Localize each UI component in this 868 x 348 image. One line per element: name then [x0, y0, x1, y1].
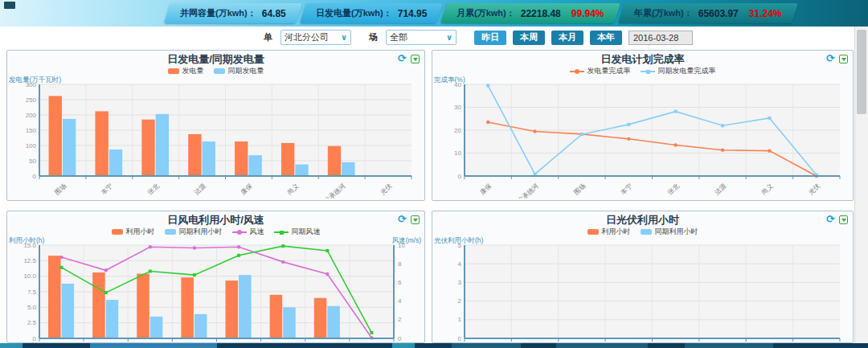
station-select[interactable]: 全部 ∨ [386, 30, 457, 45]
legend-marker [280, 231, 284, 235]
legend-label: 风速 [250, 227, 264, 237]
range-button-this-week[interactable]: 本周 [513, 31, 545, 45]
svg-text:0: 0 [458, 335, 462, 342]
svg-text:3: 3 [458, 279, 462, 286]
chart-legend: 发电量完成率同期发电量完成率 [432, 66, 853, 76]
svg-text:12.5: 12.5 [23, 257, 36, 264]
chart-canvas-plan-completion: 010203040康保建投承德河围场丰宁张北沽源尚义光伏完成率(%) [432, 76, 851, 199]
svg-text:150: 150 [26, 127, 37, 134]
svg-text:尚义: 尚义 [760, 182, 775, 196]
stat-value: 714.95 [398, 8, 428, 19]
cutoff-footer-row [0, 343, 868, 348]
svg-text:利用小时(h): 利用小时(h) [9, 237, 45, 244]
legend-label: 发电量完成率 [588, 66, 631, 76]
panel-plan-completion: 日发电计划完成率 ⟳ 发电量完成率同期发电量完成率 010203040康保建投承… [432, 50, 854, 201]
chart-canvas-pv-hours: 012345光伏利用小时(h) [432, 237, 851, 343]
export-icon[interactable] [411, 215, 420, 224]
chart-title: 日发电计划完成率 [432, 53, 853, 66]
svg-text:20: 20 [454, 127, 461, 134]
legend-marker [575, 69, 579, 74]
svg-text:8: 8 [398, 260, 402, 268]
refresh-icon[interactable]: ⟳ [398, 54, 407, 63]
refresh-icon[interactable]: ⟳ [826, 215, 835, 224]
legend-label: 同期利用小时 [655, 227, 698, 237]
chart-canvas-wind-hours-speed: 02.55.07.510.012.515.00246810围场丰宁张北沽源康保尚… [7, 237, 423, 343]
svg-text:2.5: 2.5 [27, 319, 37, 326]
svg-text:围场: 围场 [53, 182, 68, 196]
range-button-this-month[interactable]: 本月 [551, 31, 583, 45]
unit-label: 单 [264, 31, 272, 43]
date-input[interactable]: 2016-03-28 [628, 31, 693, 45]
svg-text:丰宁: 丰宁 [620, 182, 634, 196]
window-corner-mark [4, 2, 15, 9]
svg-text:张北: 张北 [146, 182, 161, 196]
legend-label: 利用小时 [126, 227, 155, 237]
svg-text:50: 50 [29, 158, 36, 165]
svg-text:发电量(万千瓦时): 发电量(万千瓦时) [9, 76, 61, 84]
range-button-yesterday[interactable]: 昨日 [474, 31, 506, 45]
panel-pv-hours: 日光伏利用小时 ⟳ 利用小时同期利用小时 012345光伏利用小时(h) [432, 211, 854, 343]
svg-text:丰宁: 丰宁 [100, 182, 114, 196]
legend-label: 同期利用小时 [179, 227, 223, 237]
station-label: 场 [369, 31, 378, 43]
legend-item[interactable]: 利用小时 [588, 227, 631, 237]
legend-item[interactable]: 风速 [232, 227, 264, 237]
stat-label: 月累(万kwh)： [457, 7, 515, 19]
svg-text:建投承德河: 建投承德河 [511, 182, 540, 199]
chart-title: 日风电利用小时/风速 [7, 214, 424, 227]
svg-text:张北: 张北 [666, 182, 681, 196]
stat-value: 65603.97 [698, 8, 738, 19]
stat-year-total: 年累(万kwh)： 65603.97 31.24% [618, 3, 798, 23]
svg-text:围场: 围场 [572, 182, 587, 196]
svg-text:完成率(%): 完成率(%) [434, 76, 465, 84]
legend-swatch [274, 231, 289, 233]
unit-select[interactable]: 河北分公司 ∨ [280, 30, 351, 45]
vertical-scrollbar[interactable] [854, 27, 868, 348]
legend-item[interactable]: 同期利用小时 [641, 227, 698, 237]
legend-label: 同期风速 [292, 227, 321, 237]
svg-text:尚义: 尚义 [286, 182, 301, 196]
chevron-down-icon: ∨ [446, 33, 452, 42]
svg-text:0: 0 [33, 173, 37, 180]
chevron-down-icon: ∨ [341, 33, 347, 42]
svg-text:风速(m/s): 风速(m/s) [392, 237, 422, 244]
stat-percent: 31.24% [749, 8, 782, 19]
export-icon[interactable] [839, 55, 848, 63]
svg-text:建投承德河: 建投承德河 [318, 182, 347, 199]
legend-item[interactable]: 同期发电量 [214, 66, 264, 76]
svg-text:6: 6 [398, 279, 402, 286]
legend-label: 同期发电量 [228, 66, 264, 76]
svg-text:100: 100 [26, 142, 37, 149]
legend-swatch [168, 68, 179, 74]
legend-item[interactable]: 同期发电量完成率 [641, 66, 716, 76]
legend-swatch [641, 229, 652, 235]
scrollbar-thumb[interactable] [857, 30, 866, 114]
legend-item[interactable]: 发电量完成率 [570, 66, 631, 76]
svg-text:30: 30 [454, 104, 461, 111]
svg-text:光伏: 光伏 [807, 182, 821, 196]
panel-daily-generation: 日发电量/同期发电量 ⟳ 发电量同期发电量 050100150200250300… [6, 50, 425, 201]
svg-text:康保: 康保 [479, 182, 493, 196]
chart-legend: 利用小时同期利用小时 [432, 227, 853, 237]
charts-grid: 日发电量/同期发电量 ⟳ 发电量同期发电量 050100150200250300… [0, 48, 854, 343]
legend-item[interactable]: 利用小时 [112, 227, 155, 237]
export-icon[interactable] [839, 215, 848, 224]
legend-swatch [232, 231, 247, 233]
stat-value: 22218.48 [521, 8, 561, 19]
refresh-icon[interactable]: ⟳ [398, 215, 407, 224]
stat-month-total: 月累(万kwh)： 22218.48 99.94% [440, 3, 620, 23]
svg-text:沽源: 沽源 [713, 182, 728, 196]
legend-swatch [588, 229, 599, 235]
legend-swatch [112, 229, 123, 235]
legend-swatch [641, 71, 655, 72]
refresh-icon[interactable]: ⟳ [826, 54, 835, 63]
station-select-value: 全部 [390, 31, 407, 43]
legend-item[interactable]: 同期风速 [274, 227, 321, 237]
legend-item[interactable]: 同期利用小时 [165, 227, 223, 237]
chart-title: 日发电量/同期发电量 [7, 53, 424, 66]
stats-row: 并网容量(万kwh)： 64.85 日发电量(万kwh)： 714.95 月累(… [167, 3, 798, 23]
export-icon[interactable] [411, 55, 420, 63]
range-button-this-year[interactable]: 本年 [590, 31, 622, 45]
legend-swatch [214, 68, 225, 74]
legend-item[interactable]: 发电量 [168, 66, 204, 76]
